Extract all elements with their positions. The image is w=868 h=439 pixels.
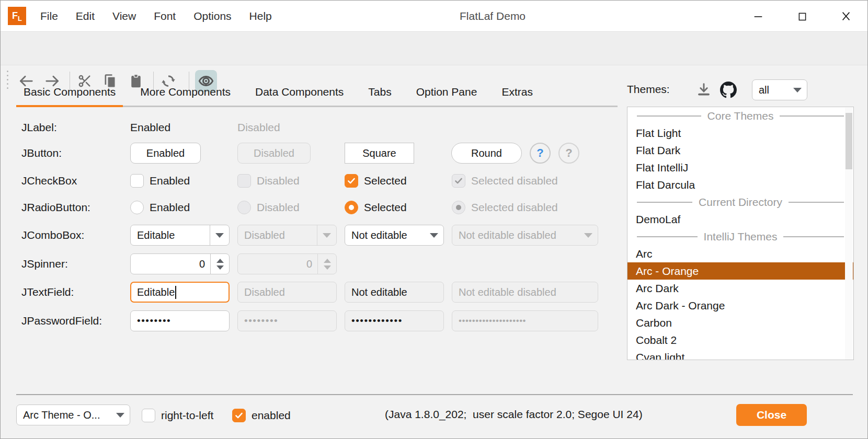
- radio-disabled: Disabled: [237, 200, 300, 215]
- radio-label: Selected disabled: [471, 201, 558, 214]
- combobox-arrow-button[interactable]: [424, 225, 443, 245]
- right-to-left-checkbox[interactable]: right-to-left: [142, 408, 213, 423]
- spinner-value: 0: [238, 258, 317, 270]
- textfield-not-editable-disabled: Not editable disabled: [452, 282, 598, 303]
- checkbox-label: Selected disabled: [471, 175, 558, 187]
- theme-item-cyan-light[interactable]: Cyan light: [627, 349, 853, 360]
- close-button[interactable]: Close: [736, 404, 807, 426]
- jspinner-row-label: JSpinner:: [21, 257, 68, 271]
- github-icon: [720, 82, 737, 98]
- tab-option-pane[interactable]: Option Pane: [409, 78, 485, 106]
- theme-item-flat-intellij[interactable]: Flat IntelliJ: [627, 159, 853, 176]
- passwordfield-not-editable[interactable]: ••••••••••••: [345, 310, 444, 331]
- tab-more-components[interactable]: More Components: [133, 78, 238, 106]
- radio-label: Selected: [364, 201, 407, 214]
- tab-data-components[interactable]: Data Components: [248, 78, 351, 106]
- status-info-text: (Java 1.8.0_202; user scale factor 2.0; …: [385, 408, 643, 421]
- title-bar: FL File Edit View Font Options Help Flat…: [1, 1, 867, 32]
- minimize-button[interactable]: [746, 6, 770, 27]
- textfield-disabled: Disabled: [237, 282, 337, 303]
- theme-item-cobalt-2[interactable]: Cobalt 2: [627, 331, 853, 349]
- jpasswordfield-row-label: JPasswordField:: [21, 314, 102, 328]
- combobox-arrow-button[interactable]: [787, 80, 807, 100]
- textfield-editable[interactable]: Editable: [130, 282, 230, 303]
- combobox-disabled: Disabled: [237, 225, 337, 246]
- menu-view[interactable]: View: [112, 10, 136, 22]
- text-caret: [175, 286, 176, 299]
- radio-selected[interactable]: Selected: [345, 200, 407, 215]
- textfield-not-editable[interactable]: Not editable: [345, 282, 444, 303]
- chevron-down-icon: [116, 413, 124, 418]
- chevron-down-icon: [216, 265, 224, 270]
- spinner-enabled[interactable]: 0: [130, 253, 230, 274]
- combobox-arrow-button: [578, 225, 598, 245]
- download-themes-button[interactable]: [696, 82, 712, 98]
- themes-list: Core Themes Flat Light Flat Dark Flat In…: [627, 107, 854, 360]
- combobox-value: Disabled: [238, 229, 317, 241]
- combobox-not-editable[interactable]: Not editable: [345, 225, 444, 246]
- chevron-down-icon: [324, 265, 331, 270]
- theme-item-flat-dark[interactable]: Flat Dark: [627, 142, 853, 159]
- window-controls: [746, 1, 858, 32]
- checkbox-selected[interactable]: Selected: [345, 174, 407, 188]
- spinner-buttons[interactable]: [210, 254, 229, 274]
- checkbox-selected-disabled: Selected disabled: [452, 174, 558, 188]
- app-logo-icon: FL: [8, 7, 26, 25]
- combobox-arrow-button[interactable]: [110, 405, 130, 425]
- checkbox-enabled[interactable]: Enabled: [130, 174, 190, 188]
- menu-edit[interactable]: Edit: [76, 10, 95, 22]
- theme-filter-value: all: [752, 84, 787, 96]
- close-window-button[interactable]: [834, 6, 858, 27]
- spinner-buttons: [317, 254, 336, 274]
- enabled-checkbox[interactable]: enabled: [232, 408, 291, 423]
- toolbar-grip-handle[interactable]: [7, 71, 8, 89]
- spinner-value[interactable]: 0: [131, 258, 210, 270]
- theme-selector-combobox[interactable]: Arc Theme - O...: [16, 405, 130, 425]
- toolbar: [1, 32, 867, 65]
- chevron-up-icon: [324, 259, 331, 263]
- menu-file[interactable]: File: [40, 10, 58, 22]
- radio-icon: [237, 201, 251, 214]
- passwordfield-editable[interactable]: ••••••••: [130, 310, 230, 331]
- theme-category-core: Core Themes: [627, 107, 853, 124]
- round-button[interactable]: Round: [451, 143, 522, 164]
- theme-item-arc-dark-orange[interactable]: Arc Dark - Orange: [627, 297, 853, 314]
- chevron-down-icon: [323, 233, 331, 238]
- menu-help[interactable]: Help: [249, 10, 272, 22]
- chevron-up-icon: [216, 259, 224, 263]
- radio-enabled[interactable]: Enabled: [130, 200, 190, 215]
- tab-bar: Basic Components More Components Data Co…: [16, 78, 618, 107]
- tab-tabs[interactable]: Tabs: [361, 78, 398, 106]
- combobox-arrow-button[interactable]: [210, 225, 229, 245]
- theme-filter-combobox[interactable]: all: [752, 79, 807, 100]
- enabled-button[interactable]: Enabled: [130, 143, 201, 164]
- jcombobox-row-label: JComboBox:: [21, 228, 84, 242]
- scrollbar-thumb[interactable]: [846, 113, 852, 169]
- square-button[interactable]: Square: [345, 143, 414, 164]
- combobox-value[interactable]: Editable: [131, 229, 210, 241]
- theme-item-demolaf[interactable]: DemoLaf: [627, 211, 853, 228]
- theme-item-carbon[interactable]: Carbon: [627, 314, 853, 331]
- theme-item-flat-darcula[interactable]: Flat Darcula: [627, 176, 853, 193]
- help-button[interactable]: ?: [530, 143, 551, 164]
- radio-selected-disabled: Selected disabled: [452, 200, 558, 215]
- theme-item-arc-dark[interactable]: Arc Dark: [627, 280, 853, 297]
- theme-item-flat-light[interactable]: Flat Light: [627, 124, 853, 142]
- checkbox-label: enabled: [252, 409, 291, 422]
- help-button-disabled: ?: [558, 143, 579, 164]
- menu-font[interactable]: Font: [154, 10, 176, 22]
- tab-basic-components[interactable]: Basic Components: [16, 78, 123, 106]
- github-link-button[interactable]: [720, 82, 737, 98]
- theme-item-arc-orange[interactable]: Arc - Orange: [627, 262, 853, 280]
- tab-extras[interactable]: Extras: [494, 78, 540, 106]
- maximize-button[interactable]: [790, 6, 814, 27]
- theme-category-intellij-themes: IntelliJ Themes: [627, 228, 853, 245]
- radio-label: Enabled: [150, 201, 190, 214]
- combobox-not-editable-disabled: Not editable disabled: [452, 225, 598, 246]
- textfield-value: Editable: [137, 286, 175, 298]
- menu-options[interactable]: Options: [193, 10, 231, 22]
- themes-scrollbar[interactable]: [845, 108, 853, 360]
- theme-item-arc[interactable]: Arc: [627, 245, 853, 262]
- combobox-editable[interactable]: Editable: [130, 225, 230, 246]
- checkbox-label: Enabled: [150, 175, 190, 187]
